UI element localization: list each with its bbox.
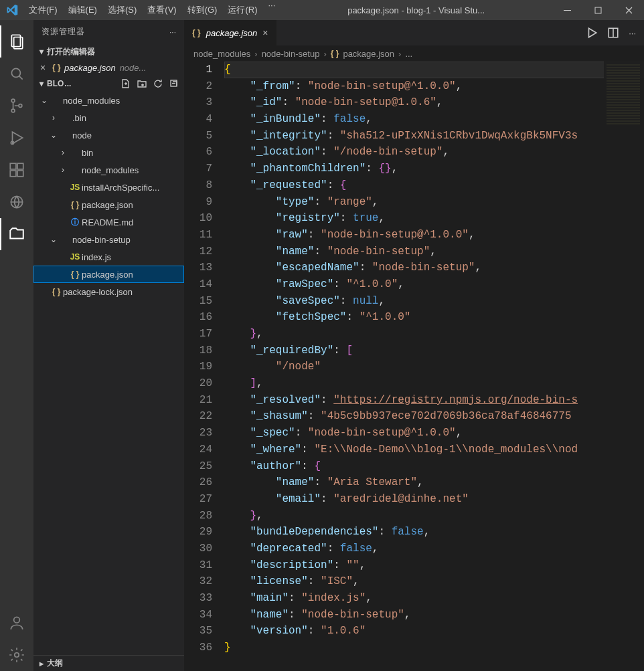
- code-line[interactable]: "name": "node-bin-setup",: [224, 244, 644, 260]
- outline-section[interactable]: ▸ 大纲: [33, 655, 184, 671]
- code-line[interactable]: },: [224, 326, 644, 343]
- menu-edit[interactable]: 编辑(E): [63, 0, 102, 20]
- refresh-icon[interactable]: [152, 78, 164, 90]
- code-line[interactable]: "_requiredBy": [: [224, 343, 644, 359]
- window-close-button[interactable]: [613, 0, 644, 20]
- chevron-right-icon[interactable]: ›: [58, 148, 68, 157]
- accounts-activity-icon[interactable]: [0, 607, 33, 639]
- code-line[interactable]: "_phantomChildren": {},: [224, 161, 644, 177]
- new-file-icon[interactable]: [120, 78, 132, 90]
- extensions-activity-icon[interactable]: [0, 154, 33, 186]
- code-line[interactable]: "email": "aredridel@dinhe.net": [224, 491, 644, 508]
- tab-close-icon[interactable]: ×: [262, 27, 268, 38]
- menu-view[interactable]: 查看(V): [142, 0, 181, 20]
- code-line[interactable]: "name": "node-bin-setup",: [224, 607, 644, 624]
- new-folder-icon[interactable]: [136, 78, 148, 90]
- chevron-down-icon[interactable]: ⌄: [48, 130, 59, 140]
- tree-folder[interactable]: ›bin: [33, 144, 184, 161]
- open-editors-label: 打开的编辑器: [47, 46, 95, 58]
- menu-selection[interactable]: 选择(S): [102, 0, 142, 20]
- tree-file[interactable]: JSinstallArchSpecific...: [33, 179, 184, 196]
- chevron-right-icon[interactable]: ›: [48, 113, 59, 122]
- code-content[interactable]: { "_from": "node-bin-setup@^1.0.0", "_id…: [224, 62, 644, 671]
- code-line[interactable]: "_shasum": "4b5c9bb937ece702d7069b36ca78…: [224, 408, 644, 425]
- code-line[interactable]: {: [224, 62, 644, 78]
- code-line[interactable]: "_requested": {: [224, 177, 644, 194]
- menu-file[interactable]: 文件(F): [23, 0, 63, 20]
- more-actions-icon[interactable]: ···: [629, 28, 636, 38]
- menu-overflow[interactable]: ···: [262, 0, 280, 20]
- code-line[interactable]: "type": "range",: [224, 194, 644, 211]
- chevron-down-icon[interactable]: ⌄: [48, 235, 59, 244]
- run-debug-activity-icon[interactable]: [0, 122, 33, 154]
- tree-folder[interactable]: ⌄node: [33, 126, 184, 144]
- tree-file[interactable]: { }package.json: [33, 196, 184, 213]
- window-maximize-button[interactable]: [582, 0, 613, 20]
- code-line[interactable]: "fetchSpec": "^1.0.0": [224, 309, 644, 326]
- chevron-right-icon[interactable]: ›: [58, 165, 68, 175]
- code-line[interactable]: "registry": true,: [224, 210, 644, 227]
- code-line[interactable]: "_where": "E:\\Node-Demo\\blog-1\\node_m…: [224, 442, 644, 458]
- code-line[interactable]: "_spec": "node-bin-setup@^1.0.0",: [224, 425, 644, 442]
- code-line[interactable]: "saveSpec": null,: [224, 293, 644, 310]
- code-editor[interactable]: 1234567891011121314151617181920212223242…: [184, 62, 644, 671]
- editor-tabs: { } package.json × ···: [184, 20, 644, 45]
- code-line[interactable]: "_id": "node-bin-setup@1.0.6",: [224, 94, 644, 111]
- tree-file[interactable]: { }package-lock.json: [33, 283, 184, 300]
- source-control-activity-icon[interactable]: [0, 90, 33, 122]
- code-line[interactable]: "description": "",: [224, 557, 644, 574]
- remote-activity-icon[interactable]: [0, 186, 33, 218]
- chevron-down-icon[interactable]: ⌄: [39, 96, 50, 105]
- workspace-folder-header[interactable]: ▾ BLO ...: [33, 76, 184, 92]
- code-line[interactable]: "_integrity": "sha512-uPIxXNis1CRbv1DwqA…: [224, 128, 644, 145]
- tree-folder[interactable]: ›.bin: [33, 109, 184, 126]
- code-line[interactable]: "_from": "node-bin-setup@^1.0.0",: [224, 78, 644, 95]
- svg-rect-12: [17, 171, 23, 177]
- breadcrumb-trailing[interactable]: ...: [405, 49, 412, 59]
- run-icon[interactable]: [586, 27, 598, 39]
- sidebar-more-icon[interactable]: ···: [169, 27, 176, 37]
- code-line[interactable]: "_inBundle": false,: [224, 111, 644, 128]
- code-line[interactable]: }: [224, 640, 644, 656]
- code-line[interactable]: ],: [224, 375, 644, 392]
- editor-tab-active[interactable]: { } package.json ×: [184, 20, 277, 45]
- split-editor-icon[interactable]: [607, 27, 619, 39]
- code-line[interactable]: "escapedName": "node-bin-setup",: [224, 260, 644, 276]
- tree-folder[interactable]: ›node_modules: [33, 161, 184, 179]
- breadcrumb-part[interactable]: package.json: [343, 49, 394, 59]
- code-line[interactable]: "author": {: [224, 458, 644, 475]
- tree-file[interactable]: ⓘREADME.md: [33, 213, 184, 231]
- settings-gear-activity-icon[interactable]: [0, 639, 33, 671]
- code-line[interactable]: "_resolved": "https://registry.npmjs.org…: [224, 392, 644, 409]
- code-line[interactable]: "version": "1.0.6": [224, 623, 644, 640]
- line-number: 13: [184, 260, 212, 276]
- code-line[interactable]: "bundleDependencies": false,: [224, 524, 644, 541]
- breadcrumbs[interactable]: node_modules › node-bin-setup › { } pack…: [184, 45, 644, 62]
- code-line[interactable]: "name": "Aria Stewart",: [224, 474, 644, 491]
- breadcrumb-part[interactable]: node-bin-setup: [262, 49, 320, 59]
- tree-folder[interactable]: ⌄node_modules: [33, 92, 184, 109]
- menu-go[interactable]: 转到(G): [182, 0, 223, 20]
- code-line[interactable]: "rawSpec": "^1.0.0",: [224, 276, 644, 293]
- line-number: 3: [184, 94, 212, 111]
- breadcrumb-part[interactable]: node_modules: [193, 49, 250, 59]
- code-line[interactable]: "deprecated": false,: [224, 541, 644, 557]
- code-line[interactable]: },: [224, 508, 644, 524]
- tree-file[interactable]: JSindex.js: [33, 248, 184, 266]
- collapse-all-icon[interactable]: [168, 78, 180, 90]
- tree-folder[interactable]: ⌄node-bin-setup: [33, 231, 184, 248]
- code-line[interactable]: "/node": [224, 359, 644, 375]
- open-editor-item[interactable]: × { } package.json node...: [33, 60, 184, 76]
- code-line[interactable]: "main": "index.js",: [224, 590, 644, 607]
- files-activity-icon[interactable]: [0, 218, 33, 250]
- open-editors-section[interactable]: ▾ 打开的编辑器: [33, 43, 184, 60]
- code-line[interactable]: "raw": "node-bin-setup@^1.0.0",: [224, 227, 644, 244]
- explorer-activity-icon[interactable]: [0, 25, 33, 58]
- code-line[interactable]: "_location": "/node-bin-setup",: [224, 144, 644, 161]
- menu-run[interactable]: 运行(R): [222, 0, 262, 20]
- code-line[interactable]: "license": "ISC",: [224, 573, 644, 590]
- window-minimize-button[interactable]: [552, 0, 582, 20]
- close-icon[interactable]: ×: [40, 62, 52, 73]
- search-activity-icon[interactable]: [0, 58, 33, 90]
- tree-file[interactable]: { }package.json: [33, 266, 184, 283]
